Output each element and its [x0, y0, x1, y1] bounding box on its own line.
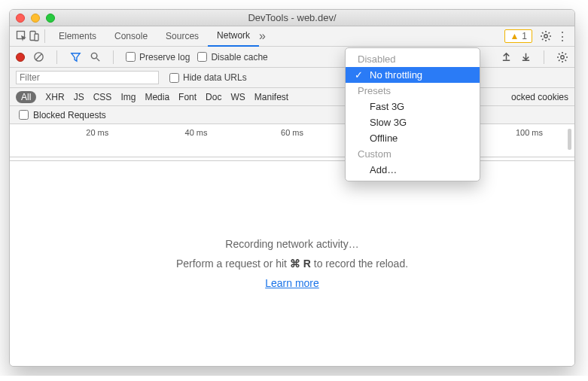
warnings-badge[interactable]: ▲ 1 [504, 29, 532, 43]
svg-line-8 [542, 32, 544, 34]
import-har-icon[interactable] [500, 51, 512, 63]
menu-slow-3g[interactable]: Slow 3G [346, 114, 480, 130]
menu-fast-3g[interactable]: Fast 3G [346, 99, 480, 114]
window-title: DevTools - web.dev/ [10, 12, 574, 23]
svg-line-15 [96, 58, 99, 61]
menu-section-disabled: Disabled [346, 51, 480, 67]
device-toggle-icon[interactable] [28, 30, 40, 42]
preserve-log-input[interactable] [126, 52, 136, 62]
top-tabs: Elements Console Sources Network » ▲ 1 ⋮ [10, 26, 574, 47]
throttling-menu: Disabled No throttling Presets Fast 3G S… [345, 47, 480, 181]
time-tick-1: 20 ms [86, 128, 108, 137]
svg-point-16 [561, 55, 564, 58]
preserve-log-checkbox[interactable]: Preserve log [126, 52, 190, 62]
menu-no-throttling[interactable]: No throttling [346, 67, 480, 83]
timeline-overview[interactable]: 20 ms 40 ms 60 ms 100 ms [10, 124, 574, 157]
hide-data-urls-checkbox[interactable]: Hide data URLs [169, 72, 247, 83]
titlebar: DevTools - web.dev/ [10, 10, 574, 26]
menu-add[interactable]: Add… [346, 162, 480, 178]
blocked-requests-label: Blocked Requests [33, 110, 106, 120]
network-toolbar: Preserve log Disable cache [10, 47, 574, 68]
tab-sources[interactable]: Sources [157, 26, 208, 47]
hide-data-urls-label: Hide data URLs [183, 72, 247, 83]
filter-doc[interactable]: Doc [206, 92, 221, 102]
devtools-window: DevTools - web.dev/ Elements Console Sou… [9, 9, 575, 367]
svg-line-24 [565, 53, 567, 55]
disable-cache-checkbox[interactable]: Disable cache [197, 52, 267, 62]
svg-line-13 [35, 54, 41, 60]
filter-css[interactable]: CSS [93, 92, 112, 102]
tab-console[interactable]: Console [105, 26, 157, 47]
filter-input[interactable] [16, 71, 159, 84]
filter-media[interactable]: Media [145, 92, 169, 102]
svg-line-10 [542, 39, 544, 41]
timeline-scrollbar[interactable] [568, 129, 571, 150]
disable-cache-input[interactable] [197, 52, 207, 62]
filter-xhr[interactable]: XHR [45, 92, 64, 102]
type-filter-row: All XHR JS CSS Img Media Font Doc WS Man… [10, 88, 574, 106]
filter-font[interactable]: Font [178, 92, 197, 102]
svg-point-14 [91, 53, 97, 59]
filter-row: Hide data URLs [10, 68, 574, 88]
svg-line-21 [559, 53, 560, 55]
inspect-icon[interactable] [16, 30, 28, 42]
empty-state: Recording network activity… Perform a re… [10, 160, 574, 366]
clear-icon[interactable] [32, 51, 44, 63]
filter-ws[interactable]: WS [230, 92, 245, 102]
menu-offline[interactable]: Offline [346, 130, 480, 146]
preserve-log-label: Preserve log [139, 52, 190, 62]
blocked-cookies-fragment[interactable]: ocked cookies [511, 92, 568, 102]
disable-cache-label: Disable cache [211, 52, 267, 62]
menu-section-custom: Custom [346, 146, 480, 162]
filter-img[interactable]: Img [120, 92, 136, 102]
search-icon[interactable] [89, 51, 101, 63]
settings-icon[interactable] [540, 30, 552, 42]
overflow-icon[interactable]: » [259, 30, 266, 42]
svg-line-11 [549, 32, 550, 34]
time-tick-2: 40 ms [185, 128, 208, 137]
more-icon[interactable]: ⋮ [556, 30, 568, 42]
learn-more-link[interactable]: Learn more [265, 277, 319, 289]
svg-line-9 [549, 39, 550, 41]
svg-point-3 [544, 35, 547, 38]
filter-js[interactable]: JS [74, 92, 84, 102]
time-tick-3: 60 ms [281, 128, 303, 137]
svg-rect-2 [35, 34, 38, 41]
filter-icon[interactable] [69, 51, 81, 63]
warnings-count: 1 [522, 31, 527, 41]
export-har-icon[interactable] [519, 51, 532, 63]
time-tick-5: 100 ms [516, 128, 543, 137]
blocked-requests-input[interactable] [19, 110, 29, 120]
svg-line-23 [559, 59, 560, 61]
reload-hint: Perform a request or hit ⌘ R to record t… [176, 258, 408, 270]
hide-data-urls-input[interactable] [169, 73, 179, 83]
tab-elements[interactable]: Elements [50, 26, 105, 47]
recording-text: Recording network activity… [225, 238, 358, 250]
record-button[interactable] [16, 53, 25, 62]
filter-all[interactable]: All [16, 91, 36, 103]
svg-line-22 [565, 59, 567, 61]
warning-icon: ▲ [510, 31, 519, 41]
menu-section-presets: Presets [346, 83, 480, 99]
blocked-requests-row: Blocked Requests [10, 106, 574, 124]
tab-network[interactable]: Network [208, 26, 259, 47]
shortcut-key: ⌘ R [290, 258, 311, 270]
network-settings-icon[interactable] [556, 51, 568, 63]
filter-manifest[interactable]: Manifest [254, 92, 288, 102]
